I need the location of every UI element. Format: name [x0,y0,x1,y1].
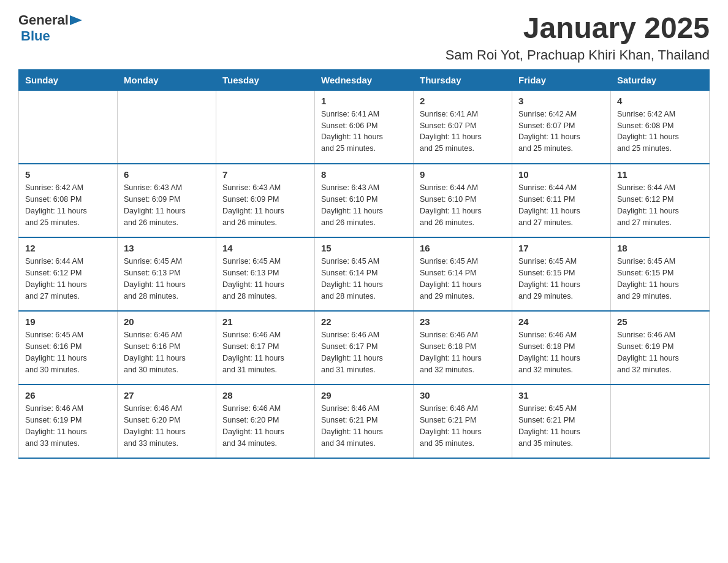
day-info-line: Sunrise: 6:46 AM [518,331,577,339]
calendar-cell-week1-day5: 3Sunrise: 6:42 AMSunset: 6:07 PMDaylight… [512,90,611,164]
calendar-cell-week2-day0: 5Sunrise: 6:42 AMSunset: 6:08 PMDaylight… [19,164,118,237]
day-number: 27 [124,390,210,400]
calendar-cell-week5-day4: 30Sunrise: 6:46 AMSunset: 6:21 PMDayligh… [414,385,512,458]
calendar-cell-week4-day6: 25Sunrise: 6:46 AMSunset: 6:19 PMDayligh… [611,311,710,385]
day-info-line: Daylight: 11 hours [124,354,186,362]
day-info-line: Daylight: 11 hours [420,427,482,436]
day-info-line: Sunrise: 6:44 AM [420,183,478,192]
day-info: Sunrise: 6:46 AMSunset: 6:17 PMDaylight:… [222,329,308,375]
calendar-cell-week1-day0 [19,90,118,164]
day-info-line: and 28 minutes. [222,292,277,301]
calendar-cell-week1-day4: 2Sunrise: 6:41 AMSunset: 6:07 PMDaylight… [414,90,512,164]
day-info-line: Sunset: 6:18 PM [420,342,476,351]
day-info: Sunrise: 6:45 AMSunset: 6:13 PMDaylight:… [124,256,210,302]
day-info-line: Daylight: 11 hours [25,354,87,362]
day-info-line: Sunset: 6:21 PM [321,416,377,424]
calendar-cell-week4-day1: 20Sunrise: 6:46 AMSunset: 6:16 PMDayligh… [118,311,216,385]
day-info-line: Sunset: 6:06 PM [321,121,377,130]
day-info-line: Daylight: 11 hours [124,427,186,436]
day-info: Sunrise: 6:43 AMSunset: 6:10 PMDaylight:… [321,182,407,228]
day-info-line: Daylight: 11 hours [420,354,482,362]
calendar-cell-week2-day4: 9Sunrise: 6:44 AMSunset: 6:10 PMDaylight… [414,164,512,237]
calendar-cell-week4-day3: 22Sunrise: 6:46 AMSunset: 6:17 PMDayligh… [315,311,414,385]
day-info-line: Sunset: 6:21 PM [518,416,575,424]
day-info: Sunrise: 6:46 AMSunset: 6:18 PMDaylight:… [420,329,506,375]
logo-arrow-icon [69,13,83,28]
day-info-line: Daylight: 11 hours [25,280,87,289]
day-header-saturday: Saturday [611,69,710,90]
day-number: 6 [124,169,210,180]
calendar-cell-week2-day3: 8Sunrise: 6:43 AMSunset: 6:10 PMDaylight… [315,164,414,237]
svg-marker-0 [70,15,82,25]
day-info-line: Daylight: 11 hours [518,280,580,289]
day-info-line: and 33 minutes. [124,439,178,448]
calendar-cell-week3-day0: 12Sunrise: 6:44 AMSunset: 6:12 PMDayligh… [19,237,118,311]
day-info: Sunrise: 6:46 AMSunset: 6:20 PMDaylight:… [222,403,308,449]
calendar-header: SundayMondayTuesdayWednesdayThursdayFrid… [19,69,710,90]
day-number: 26 [25,390,111,400]
calendar-cell-week5-day5: 31Sunrise: 6:45 AMSunset: 6:21 PMDayligh… [512,385,611,458]
day-info-line: Sunrise: 6:45 AM [25,331,83,339]
day-info-line: Sunrise: 6:44 AM [518,183,577,192]
day-info-line: and 28 minutes. [321,292,376,301]
calendar-cell-week3-day4: 16Sunrise: 6:45 AMSunset: 6:14 PMDayligh… [414,237,512,311]
day-info-line: Daylight: 11 hours [124,207,186,215]
day-number: 13 [124,243,210,253]
day-info: Sunrise: 6:46 AMSunset: 6:17 PMDaylight:… [321,329,407,375]
day-number: 19 [25,316,111,327]
day-info: Sunrise: 6:44 AMSunset: 6:12 PMDaylight:… [617,182,703,228]
calendar-cell-week4-day5: 24Sunrise: 6:46 AMSunset: 6:18 PMDayligh… [512,311,611,385]
logo-blue-text: Blue [21,28,50,44]
day-info: Sunrise: 6:43 AMSunset: 6:09 PMDaylight:… [124,182,210,228]
day-info-line: Sunset: 6:17 PM [222,342,279,351]
day-number: 3 [518,96,604,106]
day-info-line: Sunrise: 6:42 AM [25,183,83,192]
day-info-line: Sunset: 6:16 PM [25,342,82,351]
day-info: Sunrise: 6:42 AMSunset: 6:08 PMDaylight:… [25,182,111,228]
day-info-line: Sunrise: 6:45 AM [124,257,182,266]
day-info-line: and 28 minutes. [124,292,178,301]
day-info-line: Daylight: 11 hours [617,354,679,362]
day-header-monday: Monday [118,69,216,90]
calendar-cell-week2-day6: 11Sunrise: 6:44 AMSunset: 6:12 PMDayligh… [611,164,710,237]
day-info-line: Daylight: 11 hours [617,280,679,289]
calendar-cell-week2-day2: 7Sunrise: 6:43 AMSunset: 6:09 PMDaylight… [216,164,315,237]
day-info-line: Sunrise: 6:45 AM [617,257,675,266]
day-info-line: Sunset: 6:10 PM [321,195,377,204]
calendar-cell-week4-day4: 23Sunrise: 6:46 AMSunset: 6:18 PMDayligh… [414,311,512,385]
day-info-line: Daylight: 11 hours [25,427,87,436]
day-info-line: Daylight: 11 hours [518,132,580,141]
day-info-line: Sunrise: 6:42 AM [518,110,577,118]
calendar-cell-week5-day6 [611,385,710,458]
day-info-line: Sunset: 6:19 PM [617,342,673,351]
day-info-line: Sunrise: 6:45 AM [222,257,281,266]
day-number: 31 [518,390,604,400]
day-info-line: Sunset: 6:16 PM [124,342,180,351]
day-info: Sunrise: 6:41 AMSunset: 6:07 PMDaylight:… [420,109,506,155]
day-info-line: Daylight: 11 hours [321,132,383,141]
day-info-line: Sunset: 6:12 PM [25,269,82,277]
calendar-cell-week3-day2: 14Sunrise: 6:45 AMSunset: 6:13 PMDayligh… [216,237,315,311]
calendar-cell-week1-day2 [216,90,315,164]
day-number: 8 [321,169,407,180]
day-number: 11 [617,169,703,180]
day-info-line: Sunrise: 6:45 AM [518,257,577,266]
day-info-line: Sunset: 6:13 PM [124,269,180,277]
day-info-line: and 31 minutes. [222,366,277,374]
day-info-line: Daylight: 11 hours [617,132,679,141]
day-info-line: Sunrise: 6:46 AM [222,404,281,413]
day-header-wednesday: Wednesday [315,69,414,90]
day-info-line: Sunset: 6:13 PM [222,269,279,277]
calendar-cell-week4-day2: 21Sunrise: 6:46 AMSunset: 6:17 PMDayligh… [216,311,315,385]
day-info-line: Daylight: 11 hours [321,354,383,362]
day-info-line: and 25 minutes. [420,144,474,153]
day-info-line: Sunrise: 6:45 AM [321,257,379,266]
day-info: Sunrise: 6:46 AMSunset: 6:19 PMDaylight:… [25,403,111,449]
day-info-line: Sunrise: 6:43 AM [321,183,379,192]
day-info-line: Sunset: 6:18 PM [518,342,575,351]
day-info-line: Daylight: 11 hours [25,207,87,215]
day-number: 24 [518,316,604,327]
day-info-line: Sunrise: 6:43 AM [124,183,182,192]
calendar-cell-week3-day3: 15Sunrise: 6:45 AMSunset: 6:14 PMDayligh… [315,237,414,311]
calendar-cell-week4-day0: 19Sunrise: 6:45 AMSunset: 6:16 PMDayligh… [19,311,118,385]
